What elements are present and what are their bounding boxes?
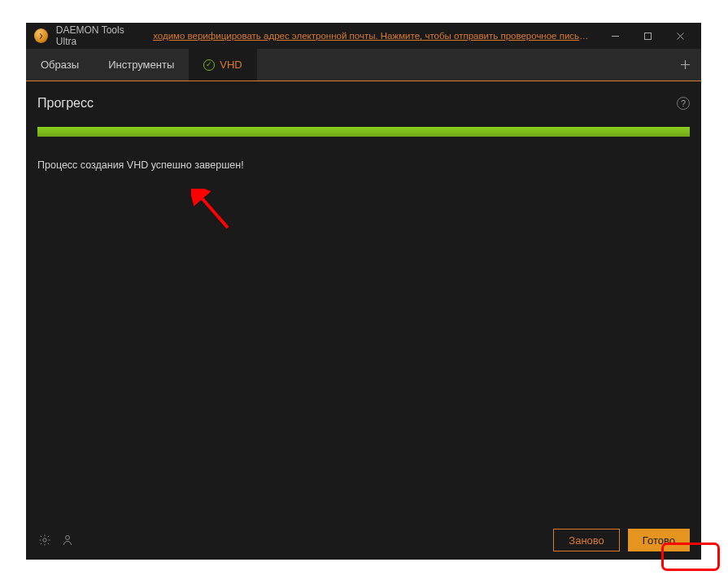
verification-notice-link[interactable]: ходимо верифицировать адрес электронной … [153, 31, 589, 41]
community-icon[interactable] [60, 533, 75, 547]
tab-label: VHD [220, 59, 242, 71]
content-area: Прогресс ? Процесс создания VHD успешно … [26, 81, 701, 521]
page-title: Прогресс [37, 96, 94, 111]
tab-label: Инструменты [108, 59, 174, 71]
app-title: DAEMON Tools Ultra [56, 24, 142, 47]
settings-icon[interactable] [37, 533, 52, 547]
svg-point-2 [66, 536, 70, 540]
titlebar: DAEMON Tools Ultra ходимо верифицировать… [26, 23, 701, 49]
help-icon[interactable]: ? [677, 97, 690, 110]
done-button[interactable]: Готово [628, 529, 690, 551]
svg-point-1 [43, 538, 46, 542]
close-button[interactable] [664, 23, 696, 49]
app-window: DAEMON Tools Ultra ходимо верифицировать… [26, 23, 701, 560]
minimize-button[interactable] [599, 23, 631, 49]
tabbar: Образы Инструменты ✓ VHD [26, 49, 701, 81]
progress-bar [37, 127, 690, 137]
status-text: Процесс создания VHD успешно завершен! [37, 159, 690, 171]
tab-images[interactable]: Образы [26, 49, 94, 81]
svg-rect-0 [644, 33, 651, 39]
check-icon: ✓ [203, 59, 215, 71]
maximize-button[interactable] [631, 23, 664, 49]
content-header: Прогресс ? [37, 96, 690, 111]
restart-button[interactable]: Заново [553, 529, 619, 551]
tab-add-button[interactable] [669, 49, 701, 81]
tab-label: Образы [41, 59, 79, 71]
app-icon [34, 28, 48, 43]
tab-tools[interactable]: Инструменты [94, 49, 189, 81]
tab-vhd[interactable]: ✓ VHD [189, 49, 256, 81]
footer: Заново Готово [26, 521, 701, 560]
window-controls [599, 23, 696, 49]
